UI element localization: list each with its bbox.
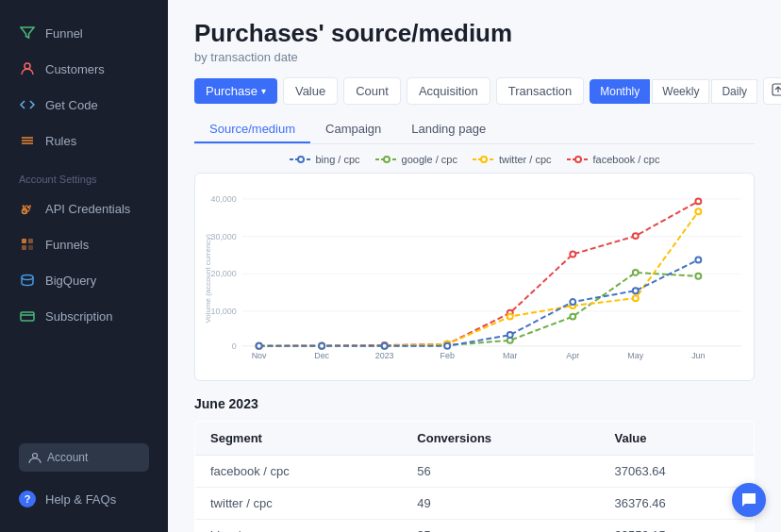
sidebar-item-subscription[interactable]: Subscription [0,298,168,334]
svg-rect-2 [22,239,26,243]
svg-point-68 [695,258,701,263]
chat-button[interactable] [732,483,766,517]
segment-twitter[interactable]: twitter / cpc [195,487,403,519]
svg-text:Mar: Mar [503,351,517,360]
tab-transaction[interactable]: Transaction [496,77,584,105]
funnels-icon [19,236,36,253]
page-title: Purchases' source/medium [194,19,755,48]
sidebar-item-rules-label: Rules [45,134,76,148]
svg-rect-3 [28,239,33,243]
sub-tab-campaign[interactable]: Campaign [310,116,396,143]
svg-point-61 [257,343,262,349]
svg-text:Nov: Nov [252,351,267,360]
sidebar-settings-nav: API Credentials Funnels BigQuery Subscri… [0,191,168,334]
sub-tab-source[interactable]: Source/medium [194,116,310,143]
period-group: Monthly Weekly Daily [590,77,781,105]
facebook-line-icon [567,155,590,164]
svg-point-64 [444,343,450,349]
svg-point-50 [570,314,575,320]
svg-rect-7 [21,312,34,321]
period-daily[interactable]: Daily [711,79,757,104]
svg-text:Dec: Dec [314,351,329,360]
sidebar-item-api-label: API Credentials [45,202,130,216]
google-label: google / cpc [402,154,457,165]
sidebar-bottom: Account ? Help & FAQs [0,438,168,517]
account-label: Account [47,451,88,464]
svg-text:30,000: 30,000 [210,232,236,241]
svg-point-52 [695,274,701,279]
svg-point-42 [570,252,575,258]
svg-text:40,000: 40,000 [210,194,236,204]
chat-icon [740,491,757,508]
svg-point-59 [633,295,639,301]
tab-count[interactable]: Count [343,77,401,105]
sidebar-item-code-label: Get Code [45,98,98,112]
tab-acquisition[interactable]: Acquisition [407,77,490,105]
customers-icon [19,60,36,77]
svg-point-17 [575,157,581,162]
legend-bing: bing / cpc [290,154,360,165]
table-row: facebook / cpc 56 37063.64 [195,455,755,487]
sidebar-item-customers[interactable]: Customers [0,51,168,87]
legend-facebook: facebook / cpc [567,154,660,165]
sidebar-item-help[interactable]: ? Help & FAQs [0,481,168,517]
segment-bing[interactable]: bing / cpc [195,519,403,532]
export-icon [772,83,781,96]
sidebar-item-rules[interactable]: Rules [0,123,168,158]
account-box[interactable]: Account [19,443,149,472]
svg-point-15 [481,157,487,162]
sidebar-item-customers-label: Customers [45,62,105,76]
svg-text:10,000: 10,000 [210,307,236,316]
chart-container: 40,000 30,000 20,000 10,000 0 Volume (ac… [194,173,755,381]
svg-rect-4 [22,245,26,250]
svg-point-63 [382,343,388,349]
tab-value[interactable]: Value [283,77,338,105]
help-icon: ? [19,490,36,507]
svg-point-13 [384,157,390,162]
svg-point-0 [25,63,30,69]
svg-text:Jun: Jun [691,351,705,360]
svg-point-43 [633,233,639,239]
segment-facebook[interactable]: facebook / cpc [195,455,403,487]
sidebar-item-funnels[interactable]: Funnels [0,226,168,262]
svg-point-66 [570,299,575,305]
purchase-button[interactable]: Purchase ▾ [194,78,277,104]
sidebar-item-api[interactable]: API Credentials [0,191,168,226]
conv-facebook: 56 [402,455,599,487]
period-monthly[interactable]: Monthly [590,79,650,104]
twitter-line-icon [473,155,495,164]
svg-point-65 [507,332,513,338]
val-twitter: 36376.46 [600,487,755,519]
col-conversions: Conversions [402,421,599,455]
sidebar-item-subscription-label: Subscription [45,309,113,324]
facebook-label: facebook / cpc [593,154,660,165]
sidebar-item-bigquery-label: BigQuery [45,274,96,288]
sidebar: Funnel Customers Get Code Rules Account … [0,0,168,532]
conv-twitter: 49 [402,487,599,519]
june-table: Segment Conversions Value facebook / cpc… [194,421,755,532]
sidebar-item-funnel[interactable]: Funnel [0,15,168,51]
svg-text:Feb: Feb [440,351,455,360]
chevron-down-icon: ▾ [261,86,266,96]
svg-rect-9 [773,84,781,95]
svg-point-62 [319,343,324,349]
sidebar-item-get-code[interactable]: Get Code [0,87,168,123]
svg-point-44 [695,199,701,205]
bing-line-icon [290,155,312,164]
svg-text:Apr: Apr [566,351,579,360]
svg-point-57 [507,314,513,320]
google-line-icon [375,155,398,164]
sub-tab-landing[interactable]: Landing page [396,116,501,143]
funnel-icon [19,25,36,42]
toolbar: Purchase ▾ Value Count Acquisition Trans… [194,77,755,105]
account-settings-label: Account Settings [0,158,168,191]
sidebar-item-bigquery[interactable]: BigQuery [0,262,168,298]
sidebar-item-funnel-label: Funnel [45,26,83,41]
export-button[interactable] [763,77,781,105]
api-icon [19,200,36,217]
svg-point-8 [33,454,38,458]
period-weekly[interactable]: Weekly [652,79,709,104]
val-bing: 23550.15 [600,519,755,532]
page-subtitle: by transaction date [194,50,755,64]
svg-point-11 [298,157,304,162]
